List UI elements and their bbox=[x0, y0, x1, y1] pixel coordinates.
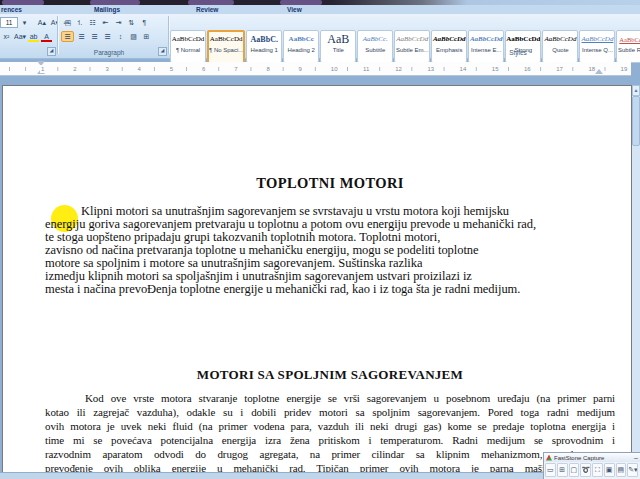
font-color-icon[interactable]: A bbox=[41, 31, 52, 42]
change-case-icon[interactable]: Aa▾ bbox=[14, 31, 26, 42]
ruler-number: 14 bbox=[459, 65, 468, 73]
style-sample: AaBbCcDd bbox=[395, 32, 429, 47]
font-size-dropdown-icon[interactable]: ▾ bbox=[19, 17, 30, 28]
tab-review[interactable]: Review bbox=[196, 5, 218, 14]
minimize-button[interactable]: – bbox=[632, 454, 640, 462]
style-sample: AaBbCc. bbox=[358, 32, 392, 47]
horizontal-ruler: 12345678910111213141516171819 bbox=[0, 62, 631, 76]
faststone-toolbar: ▭⊞▢➰⛶▣▤✎▾ bbox=[544, 462, 640, 478]
style-card-label: ¶ Normal bbox=[171, 47, 205, 53]
paragraph-dialog-launcher[interactable]: ◢ bbox=[158, 47, 167, 56]
style-card-label: ¶ No Spaci... bbox=[209, 47, 243, 53]
group-separator bbox=[57, 16, 58, 54]
decrease-indent-icon[interactable]: ⇤ bbox=[100, 17, 111, 28]
right-indent-marker[interactable] bbox=[595, 69, 603, 74]
borders-icon[interactable]: ⊞ bbox=[141, 31, 152, 42]
style-sample: AaBbCcDd bbox=[171, 32, 205, 47]
tab-mailings[interactable]: Mailings bbox=[94, 5, 120, 14]
capture-fullscreen-icon[interactable]: ⛶ bbox=[592, 463, 603, 477]
style-card-strong[interactable]: AaBbCcDdStrong bbox=[505, 30, 541, 63]
style-sample: AaB bbox=[321, 32, 355, 47]
style-sample: AaBbCcDd bbox=[543, 32, 577, 47]
ruler-number: 1 bbox=[40, 65, 45, 73]
ruler-number: 5 bbox=[169, 65, 174, 73]
style-card-subtle-ref-[interactable]: AaBbCcDdSubtle Ref... bbox=[616, 30, 640, 63]
style-sample: AaBbCcDd bbox=[209, 32, 243, 47]
style-card-subtitle[interactable]: AaBbCc.Subtitle bbox=[357, 30, 393, 63]
ruler-number: 8 bbox=[265, 65, 270, 73]
style-card-intense-e-[interactable]: AaBbCcDdIntense E... bbox=[468, 30, 504, 63]
style-card--no-spaci-[interactable]: AaBbCcDd¶ No Spaci... bbox=[207, 30, 245, 64]
style-sample: AaBbCcDd bbox=[469, 32, 503, 47]
document-title: TOPLOTNI MOTORI bbox=[45, 175, 615, 192]
text-line: razvodnim aparatom odvodi do drugog agre… bbox=[45, 447, 615, 461]
style-card-label: Emphasis bbox=[432, 47, 466, 53]
justify-icon[interactable]: ☰ bbox=[102, 31, 113, 42]
tab-view[interactable]: View bbox=[287, 5, 302, 14]
ruler-number: 16 bbox=[523, 65, 532, 73]
text-line: mesta i načina prevoĐenja toplotne energ… bbox=[45, 283, 615, 296]
scroll-up-icon[interactable]: ▲ bbox=[632, 85, 640, 96]
style-sample: AaBbCcDd bbox=[506, 32, 540, 47]
styles-group: AaBbCcDd¶ NormalAaBbCcDd¶ No Spaci...AaB… bbox=[168, 14, 640, 57]
ruler-number: 15 bbox=[491, 65, 500, 73]
faststone-titlebar[interactable]: FastStone Capture – bbox=[544, 453, 640, 462]
style-card-heading-1[interactable]: AaBbC.Heading 1 bbox=[246, 30, 282, 63]
capture-scrolling-icon[interactable]: ▤ bbox=[616, 463, 627, 477]
capture-freehand-icon[interactable]: ➰ bbox=[580, 463, 591, 477]
style-card-heading-2[interactable]: AaBbCcHeading 2 bbox=[283, 30, 319, 63]
capture-window-object-icon[interactable]: ⊞ bbox=[557, 463, 568, 477]
numbering-icon[interactable]: ⒈ bbox=[74, 17, 85, 28]
line-spacing-icon[interactable]: ↕ bbox=[115, 31, 126, 42]
capture-fixed-region-icon[interactable]: ▣ bbox=[604, 463, 615, 477]
bullets-icon[interactable]: ≔ bbox=[61, 17, 72, 28]
ruler-number: 9 bbox=[298, 65, 303, 73]
ribbon-tab-row: rencesMailingsReviewView bbox=[0, 5, 640, 14]
scrollbar-thumb[interactable] bbox=[632, 96, 640, 146]
settings-icon[interactable]: ✎▾ bbox=[627, 463, 638, 477]
sort-icon[interactable]: ⇅ bbox=[126, 17, 137, 28]
shading-icon[interactable]: ▨ bbox=[128, 31, 139, 42]
increase-indent-icon[interactable]: ⇥ bbox=[113, 17, 124, 28]
faststone-capture-window[interactable]: FastStone Capture – ▭⊞▢➰⛶▣▤✎▾ bbox=[543, 452, 640, 479]
style-card-intense-q-[interactable]: AaBbCcDdIntense Q... bbox=[579, 30, 615, 63]
pilcrow-icon[interactable]: ¶ bbox=[139, 17, 150, 28]
ruler-number: 11 bbox=[362, 65, 370, 73]
styles-group-label: Styles bbox=[488, 49, 548, 56]
ruler-number: 12 bbox=[394, 65, 403, 73]
tab-rences[interactable]: rences bbox=[1, 5, 22, 14]
font-size-input[interactable]: 11 bbox=[0, 17, 18, 28]
style-card-label: Quote bbox=[543, 47, 577, 53]
capture-active-window-icon[interactable]: ▭ bbox=[545, 463, 556, 477]
align-left-icon[interactable]: ☰ bbox=[61, 31, 74, 42]
ruler-number: 4 bbox=[137, 65, 142, 73]
capture-rectangle-icon[interactable]: ▢ bbox=[569, 463, 580, 477]
ruler-number: 19 bbox=[620, 65, 629, 73]
style-card-emphasis[interactable]: AaBbCcDdEmphasis bbox=[431, 30, 467, 63]
highlight-color-icon[interactable]: ab bbox=[28, 31, 39, 42]
vertical-scrollbar[interactable]: ▲ bbox=[632, 85, 640, 473]
text-line: kotao ili zagrejač vazduha), odakle su i… bbox=[45, 405, 615, 419]
superscript-icon[interactable]: x² bbox=[1, 31, 12, 42]
faststone-title: FastStone Capture bbox=[554, 455, 632, 461]
align-center-icon[interactable]: ☰ bbox=[76, 31, 87, 42]
style-card-label: Heading 2 bbox=[284, 47, 318, 53]
ruler-number: 10 bbox=[330, 65, 339, 73]
ruler-number: 3 bbox=[104, 65, 109, 73]
ruler-number: 18 bbox=[587, 65, 596, 73]
align-right-icon[interactable]: ☰ bbox=[89, 31, 100, 42]
style-sample: AaBbC. bbox=[247, 32, 281, 47]
ruler-number: 2 bbox=[72, 65, 77, 73]
style-card--normal[interactable]: AaBbCcDd¶ Normal bbox=[170, 30, 206, 63]
style-card-label: Title bbox=[321, 47, 355, 53]
grow-font-icon[interactable]: A▴ bbox=[36, 17, 47, 28]
multilevel-list-icon[interactable]: ☷ bbox=[87, 17, 98, 28]
font-dialog-launcher[interactable]: ◢ bbox=[47, 47, 56, 56]
style-sample: AaBbCcDd bbox=[617, 32, 640, 47]
paragraph-group-label: Paragraph bbox=[59, 49, 159, 56]
paragraph-group: ≔⒈☷⇤⇥⇅¶ ☰☰☰☰↕▨⊞ Paragraph ◢ bbox=[59, 14, 167, 57]
style-card-title[interactable]: AaBTitle bbox=[320, 30, 356, 63]
text-line: time mi se povećava potencijalna energij… bbox=[45, 433, 615, 447]
style-card-subtle-em-[interactable]: AaBbCcDdSubtle Em... bbox=[394, 30, 430, 63]
style-card-quote[interactable]: AaBbCcDdQuote bbox=[542, 30, 578, 63]
